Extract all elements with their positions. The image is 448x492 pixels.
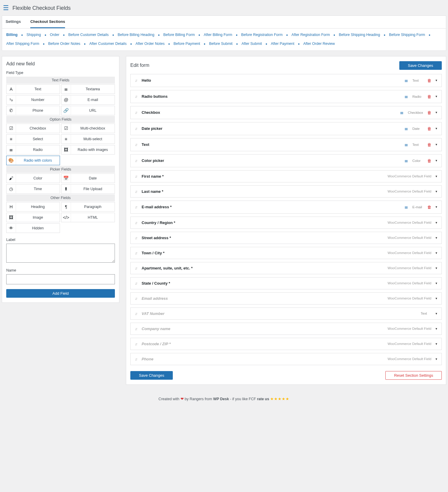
field-row[interactable]: ↓↑Apartment, suite, unit, etc. *WooComme… <box>130 262 442 274</box>
section-link[interactable]: After Shipping Form <box>6 40 39 48</box>
field-row[interactable]: ↓↑Street address *WooCommerce Default Fi… <box>130 232 442 244</box>
field-row[interactable]: ↓↑Country / Region *WooCommerce Default … <box>130 217 442 229</box>
sort-handle-icon[interactable]: ↓↑ <box>135 174 137 179</box>
field-type-file-upload[interactable]: ⬆File Upload <box>61 184 115 194</box>
section-link[interactable]: After Order Review <box>303 40 335 48</box>
chevron-down-icon[interactable]: ▾ <box>436 94 437 98</box>
save-changes-bottom[interactable]: Save Changes <box>130 371 173 380</box>
section-link[interactable]: Before Order Notes <box>48 40 80 48</box>
chevron-down-icon[interactable]: ▾ <box>436 205 437 209</box>
section-link[interactable]: After Order Notes <box>135 40 164 48</box>
field-row[interactable]: ↓↑VAT NumberText▾ <box>130 308 442 320</box>
field-type-url[interactable]: 🔗URL <box>61 106 115 115</box>
sort-handle-icon[interactable]: ↓↑ <box>135 251 137 255</box>
section-link[interactable]: Before Submit <box>209 40 232 48</box>
chevron-down-icon[interactable]: ▾ <box>436 312 437 316</box>
sort-handle-icon[interactable]: ↓↑ <box>135 236 137 240</box>
field-type-html[interactable]: </>HTML <box>61 213 115 222</box>
chevron-down-icon[interactable]: ▾ <box>436 143 437 146</box>
tab-checkout-sections[interactable]: Checkout Sections <box>30 16 65 28</box>
field-type-radio[interactable]: ≣Radio <box>6 145 60 154</box>
field-type-checkbox[interactable]: ☑Checkbox <box>6 124 60 133</box>
sort-handle-icon[interactable]: ↓↑ <box>135 327 137 331</box>
field-row[interactable]: ↓↑Color picker≣Color🗑▾ <box>130 154 442 167</box>
field-type-multi-select[interactable]: ≡Multi-select <box>61 134 115 144</box>
field-row[interactable]: ↓↑Text≣Text🗑▾ <box>130 138 442 151</box>
field-type-email[interactable]: @E-mail <box>61 95 115 105</box>
chevron-down-icon[interactable]: ▾ <box>436 297 437 300</box>
tab-settings[interactable]: Settings <box>6 16 21 28</box>
field-type-phone[interactable]: ✆Phone <box>6 106 60 115</box>
sort-handle-icon[interactable]: ↓↑ <box>135 205 137 209</box>
field-type-select[interactable]: ≡Select <box>6 134 60 144</box>
sort-handle-icon[interactable]: ↓↑ <box>135 342 137 346</box>
field-type-hidden[interactable]: 👁Hidden <box>6 223 60 233</box>
field-type-text[interactable]: AText <box>6 84 60 94</box>
sort-handle-icon[interactable]: ↓↑ <box>135 266 137 270</box>
field-type-textarea[interactable]: ≣Textarea <box>61 84 115 94</box>
field-row[interactable]: ↓↑State / County *WooCommerce Default Fi… <box>130 277 442 289</box>
field-row[interactable]: ↓↑PhoneWooCommerce Default Field▾ <box>130 353 442 365</box>
section-link[interactable]: After Customer Details <box>89 40 127 48</box>
sort-handle-icon[interactable]: ↓↑ <box>135 142 137 147</box>
add-field-button[interactable]: Add Field <box>6 289 115 298</box>
field-type-heading[interactable]: HHeading <box>6 202 60 212</box>
field-row[interactable]: ↓↑Date picker≣Date🗑▾ <box>130 122 442 135</box>
chevron-down-icon[interactable]: ▾ <box>436 174 437 178</box>
chevron-down-icon[interactable]: ▾ <box>436 221 437 225</box>
sort-handle-icon[interactable]: ↓↑ <box>135 311 137 316</box>
field-row[interactable]: ↓↑First name *WooCommerce Default Field▾ <box>130 170 442 182</box>
chevron-down-icon[interactable]: ▾ <box>436 281 437 285</box>
trash-icon[interactable]: 🗑 <box>427 126 431 131</box>
chevron-down-icon[interactable]: ▾ <box>436 159 437 163</box>
field-type-time[interactable]: ◷Time <box>6 184 60 194</box>
trash-icon[interactable]: 🗑 <box>427 205 431 209</box>
chevron-down-icon[interactable]: ▾ <box>436 327 437 331</box>
field-row[interactable]: ↓↑Town / City *WooCommerce Default Field… <box>130 247 442 259</box>
sort-handle-icon[interactable]: ↓↑ <box>135 110 137 115</box>
section-link[interactable]: Before Billing Form <box>163 31 195 39</box>
section-link[interactable]: After Registration Form <box>292 31 330 39</box>
chevron-down-icon[interactable]: ▾ <box>436 190 437 193</box>
section-link[interactable]: Billing <box>6 31 18 39</box>
field-type-image[interactable]: 🖼Image <box>6 213 60 222</box>
sort-handle-icon[interactable]: ↓↑ <box>135 296 137 301</box>
section-link[interactable]: Before Payment <box>173 40 200 48</box>
name-input[interactable] <box>6 274 115 284</box>
trash-icon[interactable]: 🗑 <box>427 142 431 147</box>
section-link[interactable]: Shipping <box>26 31 41 39</box>
chevron-down-icon[interactable]: ▾ <box>436 266 437 270</box>
label-input[interactable] <box>6 244 115 263</box>
chevron-down-icon[interactable]: ▾ <box>436 111 437 114</box>
section-link[interactable]: Before Customer Details <box>68 31 109 39</box>
sort-handle-icon[interactable]: ↓↑ <box>135 126 137 131</box>
section-link[interactable]: Before Shipping Heading <box>339 31 380 39</box>
field-type-radio-colors[interactable]: 🎨Radio with colors <box>6 156 60 165</box>
sort-handle-icon[interactable]: ↓↑ <box>135 189 137 194</box>
field-row[interactable]: ↓↑Checkbox≣Checkbox🗑▾ <box>130 106 442 119</box>
sort-handle-icon[interactable]: ↓↑ <box>135 94 137 99</box>
sort-handle-icon[interactable]: ↓↑ <box>135 281 137 286</box>
trash-icon[interactable]: 🗑 <box>427 94 431 99</box>
sort-handle-icon[interactable]: ↓↑ <box>135 158 137 163</box>
field-row[interactable]: ↓↑Last name *WooCommerce Default Field▾ <box>130 185 442 198</box>
section-link[interactable]: Order <box>50 31 59 39</box>
chevron-down-icon[interactable]: ▾ <box>436 78 437 82</box>
sort-handle-icon[interactable]: ↓↑ <box>135 357 137 361</box>
section-link[interactable]: Before Registration Form <box>241 31 283 39</box>
chevron-down-icon[interactable]: ▾ <box>436 236 437 240</box>
section-link[interactable]: Before Billing Heading <box>118 31 154 39</box>
field-type-color[interactable]: 🖌Color <box>6 174 60 183</box>
field-row[interactable]: ↓↑Hello≣Text🗑▾ <box>130 74 442 87</box>
field-row[interactable]: ↓↑Email addressWooCommerce Default Field… <box>130 292 442 305</box>
section-link[interactable]: Before Shipping Form <box>389 31 425 39</box>
field-row[interactable]: ↓↑Postcode / ZIP *WooCommerce Default Fi… <box>130 338 442 350</box>
field-type-radio-images[interactable]: 🖼Radio with images <box>61 145 115 154</box>
chevron-down-icon[interactable]: ▾ <box>436 357 437 361</box>
chevron-down-icon[interactable]: ▾ <box>436 342 437 346</box>
sort-handle-icon[interactable]: ↓↑ <box>135 220 137 225</box>
field-type-date[interactable]: 📅Date <box>61 174 115 183</box>
reset-section-button[interactable]: Reset Section Settings <box>385 371 442 380</box>
sort-handle-icon[interactable]: ↓↑ <box>135 78 137 83</box>
trash-icon[interactable]: 🗑 <box>427 158 431 163</box>
